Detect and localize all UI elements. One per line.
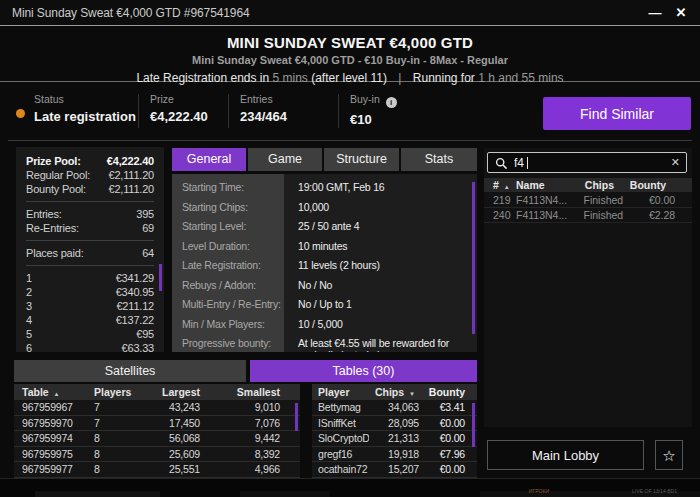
players-list-body: Bettymag 34,063 €3.41 ISniffKet 28,095 €… [312, 400, 477, 478]
reentries-value: 69 [142, 221, 154, 235]
table-header-label: Table [22, 386, 49, 398]
table-row[interactable]: 967959974 8 56,068 9,442 [14, 431, 300, 447]
table-smallest: 8,392 [204, 448, 280, 460]
column-header-smallest[interactable]: Smallest [204, 386, 280, 398]
players-scrollbar[interactable] [472, 403, 475, 447]
reentries-label: Re-Entries: [26, 221, 79, 235]
player-bounty: €0.00 [623, 194, 675, 206]
player-row[interactable]: SloCryptoDeath 21,313 €0.00 [312, 431, 477, 447]
info-value: 11 levels (2 hours) [284, 256, 384, 271]
payout-place: 5 [26, 327, 32, 341]
column-header-largest[interactable]: Largest [136, 386, 204, 398]
player-bounty: €0.00 [419, 417, 465, 429]
player-bounty: €7.96 [419, 448, 465, 460]
player-chips: Finished [567, 194, 623, 206]
player-name: Bettymag [318, 401, 369, 413]
info-label: Starting Chips: [172, 198, 284, 213]
column-header-chips[interactable]: Chips ▼ [369, 386, 419, 398]
player-bounty: €2.28 [623, 209, 675, 221]
column-header-name[interactable]: Name [516, 179, 558, 191]
entries-column: Entries 234/464 [240, 93, 287, 124]
general-scrollbar[interactable] [472, 182, 475, 334]
column-header-chips[interactable]: Chips [558, 179, 614, 191]
column-divider [138, 94, 139, 128]
table-players: 8 [94, 448, 136, 460]
tab-general[interactable]: General [172, 148, 246, 171]
tab-tables[interactable]: Tables (30) [250, 360, 477, 382]
tables-scrollbar[interactable] [295, 403, 298, 431]
payout-row: 4 €137.22 [26, 313, 154, 327]
running-time: 1 h and 55 mins [478, 71, 563, 85]
info-value: No / No [284, 276, 336, 291]
info-row: Multi-Entry / Re-Entry: No / Up to 1 [172, 295, 477, 315]
prize-column: Prize €4,222.40 [150, 93, 208, 124]
regular-pool-value: €2,111.20 [108, 168, 154, 182]
star-icon[interactable]: ☆ [655, 440, 683, 470]
separator: | [390, 71, 409, 85]
search-icon [495, 157, 508, 170]
payout-row: 6 €63.33 [26, 341, 154, 355]
search-result-row[interactable]: 219 F4113N4... Finished €0.00 [484, 193, 692, 208]
info-label: Level Duration: [172, 237, 284, 252]
clear-search-icon[interactable]: ✕ [671, 156, 680, 169]
player-row[interactable]: ocathain72 15,207 €0.00 [312, 462, 477, 478]
info-row: Progressive bounty: At least €4.55 will … [172, 334, 477, 352]
player-chips: 34,063 [369, 401, 419, 413]
table-id: 967959967 [22, 401, 94, 413]
bounty-pool-value: €2,111.20 [108, 182, 154, 196]
tab-stats[interactable]: Stats [401, 148, 477, 171]
column-header-bounty[interactable]: Bounty [614, 179, 666, 191]
column-header-table[interactable]: Table ▲ [22, 386, 94, 398]
column-header-bounty[interactable]: Bounty [419, 386, 465, 398]
table-row[interactable]: 967959970 7 17,450 7,076 [14, 416, 300, 432]
buyin-column: Buy-in i €10 [350, 93, 397, 127]
search-input[interactable] [514, 153, 664, 172]
tournament-subtitle: Mini Sunday Sweat €4,000 GTD - €10 Buy-i… [0, 54, 700, 66]
main-lobby-button[interactable]: Main Lobby [487, 440, 644, 470]
player-position: 240 [493, 209, 516, 221]
column-header-player[interactable]: Player [318, 386, 369, 398]
payout-place: 1 [26, 271, 32, 285]
payout-value: €63.33 [122, 341, 154, 355]
table-largest: 25,551 [136, 463, 204, 475]
tournament-header: MINI SUNDAY SWEAT €4,000 GTD Mini Sunday… [0, 27, 700, 82]
minimize-icon[interactable]: — [644, 3, 666, 23]
running-prefix: Running for [413, 71, 475, 85]
tab-game[interactable]: Game [248, 148, 322, 171]
table-row[interactable]: 967959975 8 25,609 8,392 [14, 447, 300, 463]
payout-place: 6 [26, 341, 32, 355]
table-row[interactable]: 967959967 7 43,243 9,010 [14, 400, 300, 416]
player-row[interactable]: ISniffKet 28,095 €0.00 [312, 416, 477, 432]
column-header-players[interactable]: Players [94, 386, 136, 398]
search-results-header: # ▲ Name Chips Bounty [484, 178, 692, 192]
table-row[interactable]: 967959977 8 25,551 4,966 [14, 462, 300, 478]
player-row[interactable]: gregf16 19,918 €7.96 [312, 447, 477, 463]
background-window-fragment [35, 491, 160, 497]
entries-label: Entries [240, 93, 287, 105]
payouts-scrollbar[interactable] [159, 264, 162, 291]
regular-pool-row: Regular Pool: €2,111.20 [26, 168, 154, 182]
player-chips: 19,918 [369, 448, 419, 460]
regular-pool-label: Regular Pool: [26, 168, 90, 182]
prize-pool-value: €4,222.40 [107, 154, 154, 168]
buyin-label: Buy-in i [350, 93, 397, 108]
tab-structure[interactable]: Structure [324, 148, 399, 171]
column-header-num[interactable]: # ▲ [493, 179, 516, 191]
info-icon[interactable]: i [386, 97, 397, 108]
table-smallest: 7,076 [204, 417, 280, 429]
close-icon[interactable]: ✕ [670, 3, 692, 23]
payout-value: €340.95 [116, 285, 154, 299]
tab-satellites[interactable]: Satellites [14, 360, 246, 382]
table-largest: 56,068 [136, 432, 204, 444]
payout-value: €341.29 [116, 271, 154, 285]
search-result-row[interactable]: 240 F4113N4... Finished €2.28 [484, 208, 692, 223]
info-value: 25 / 50 ante 4 [284, 217, 363, 232]
payout-place: 2 [26, 285, 32, 299]
payout-row: 1 €341.29 [26, 271, 154, 285]
player-position: 219 [493, 194, 516, 206]
table-players: 8 [94, 463, 136, 475]
find-similar-button[interactable]: Find Similar [543, 97, 691, 130]
info-value: 10,000 [284, 198, 333, 213]
payout-row: 3 €211.12 [26, 299, 154, 313]
player-row[interactable]: Bettymag 34,063 €3.41 [312, 400, 477, 416]
